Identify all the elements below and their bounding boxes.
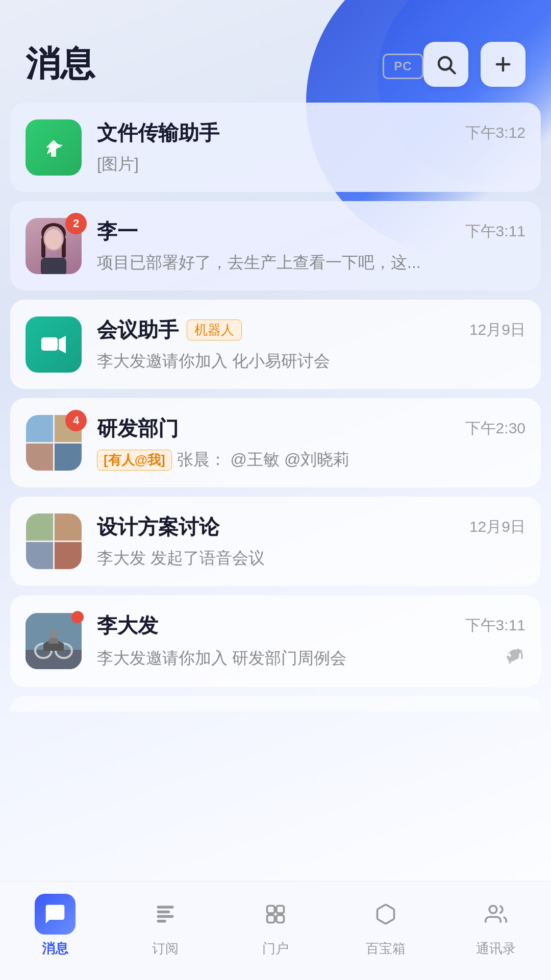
svg-rect-11 (41, 337, 58, 351)
message-preview: 项目已部署好了，去生产上查看一下吧，这... (97, 252, 525, 274)
nav-item-contacts[interactable]: 通讯录 (441, 894, 551, 958)
list-item[interactable]: 李大发 下午3:11 李大发邀请你加入 研发部门周例会 (10, 595, 541, 687)
messages-nav-icon (35, 894, 76, 935)
header: 消息 PC (0, 0, 551, 103)
contact-name: 设计方案讨论 (97, 513, 219, 541)
avatar (26, 513, 82, 570)
svg-rect-20 (157, 915, 174, 918)
message-time: 下午3:12 (465, 122, 525, 143)
mute-icon (505, 646, 525, 671)
list-item[interactable]: 会议助手 机器人 12月9日 李大发邀请你加入 化小易研讨会 (10, 300, 541, 389)
page-title: 消息 (26, 41, 373, 87)
avatar: 2 (26, 218, 82, 274)
message-content: 李大发 下午3:11 李大发邀请你加入 研发部门周例会 (97, 611, 525, 671)
contact-name: 会议助手 (97, 316, 179, 344)
message-preview: [图片] (97, 153, 525, 176)
contact-name: 研发部门 (97, 414, 179, 443)
svg-rect-14 (26, 650, 82, 669)
svg-rect-19 (157, 911, 170, 914)
nav-item-subscriptions[interactable]: 订阅 (110, 894, 220, 958)
message-time: 下午3:11 (465, 615, 525, 636)
avatar: 4 (26, 415, 82, 471)
svg-rect-23 (277, 906, 284, 914)
contact-name: 李大发 (97, 611, 158, 640)
add-button[interactable] (481, 42, 525, 87)
message-preview: 李大发邀请你加入 化小易研讨会 (97, 350, 525, 373)
message-list: 文件传输助手 下午3:12 [图片] (0, 103, 551, 881)
svg-rect-24 (267, 915, 275, 923)
message-time: 12月9日 (469, 517, 525, 537)
nav-item-portal[interactable]: 门户 (220, 894, 331, 958)
avatar (26, 316, 82, 373)
pc-badge: PC (383, 54, 423, 79)
message-content: 会议助手 机器人 12月9日 李大发邀请你加入 化小易研讨会 (97, 316, 525, 373)
nav-label-messages: 消息 (42, 940, 68, 958)
message-time: 下午3:11 (465, 221, 525, 242)
svg-rect-25 (277, 915, 284, 923)
svg-line-1 (450, 68, 455, 73)
search-button[interactable] (423, 42, 468, 87)
message-preview: 李大发 发起了语音会议 (97, 547, 525, 570)
bottom-nav: 消息 订阅 门户 (0, 881, 551, 980)
nav-label-subscriptions: 订阅 (152, 940, 179, 958)
contacts-nav-icon (475, 894, 516, 935)
message-content: 文件传输助手 下午3:12 [图片] (97, 119, 525, 176)
nav-label-portal: 门户 (262, 940, 289, 958)
unread-badge: 2 (65, 213, 87, 234)
message-content: 研发部门 下午2:30 [有人@我] 张晨： @王敏 @刘晓莉 (97, 414, 525, 471)
svg-rect-18 (157, 906, 174, 909)
nav-label-contacts: 通讯录 (476, 940, 516, 958)
list-item[interactable]: 设计方案讨论 12月9日 李大发 发起了语音会议 (10, 497, 541, 586)
list-item[interactable]: 4 研发部门 下午2:30 [有人@我] 张晨： @王敏 @刘晓莉 (10, 398, 541, 487)
message-content: 李一 下午3:11 项目已部署好了，去生产上查看一下吧，这... (97, 217, 525, 274)
robot-badge: 机器人 (187, 320, 242, 340)
svg-rect-22 (267, 906, 275, 914)
at-me-badge: [有人@我] (97, 450, 172, 471)
svg-marker-12 (59, 336, 66, 353)
message-preview: 李大发邀请你加入 研发部门周例会 (97, 646, 525, 671)
message-time: 12月9日 (469, 320, 525, 340)
svg-rect-21 (157, 920, 166, 923)
svg-point-26 (489, 906, 497, 914)
nav-item-messages[interactable]: 消息 (0, 894, 110, 958)
toolbox-nav-icon (365, 894, 406, 935)
unread-badge: 4 (65, 410, 87, 431)
avatar (26, 613, 82, 669)
contact-name: 文件传输助手 (97, 119, 219, 147)
contact-name: 李一 (97, 217, 138, 246)
avatar (26, 119, 82, 176)
message-preview: [有人@我] 张晨： @王敏 @刘晓莉 (97, 449, 525, 471)
message-content: 设计方案讨论 12月9日 李大发 发起了语音会议 (97, 513, 525, 570)
portal-nav-icon (255, 894, 296, 935)
dot-badge (71, 611, 84, 623)
list-item[interactable]: 文件传输助手 下午3:12 [图片] (10, 103, 541, 192)
svg-point-17 (49, 630, 58, 639)
svg-rect-10 (41, 258, 66, 274)
nav-item-toolbox[interactable]: 百宝箱 (331, 894, 441, 958)
svg-point-9 (45, 229, 62, 250)
list-item[interactable]: 2 李一 下午3:11 项目已部署好了，去生产上查看一下吧，这... (10, 201, 541, 290)
subscriptions-nav-icon (145, 894, 186, 935)
message-time: 下午2:30 (465, 418, 525, 439)
nav-label-toolbox: 百宝箱 (366, 940, 406, 958)
header-icons (423, 42, 525, 87)
